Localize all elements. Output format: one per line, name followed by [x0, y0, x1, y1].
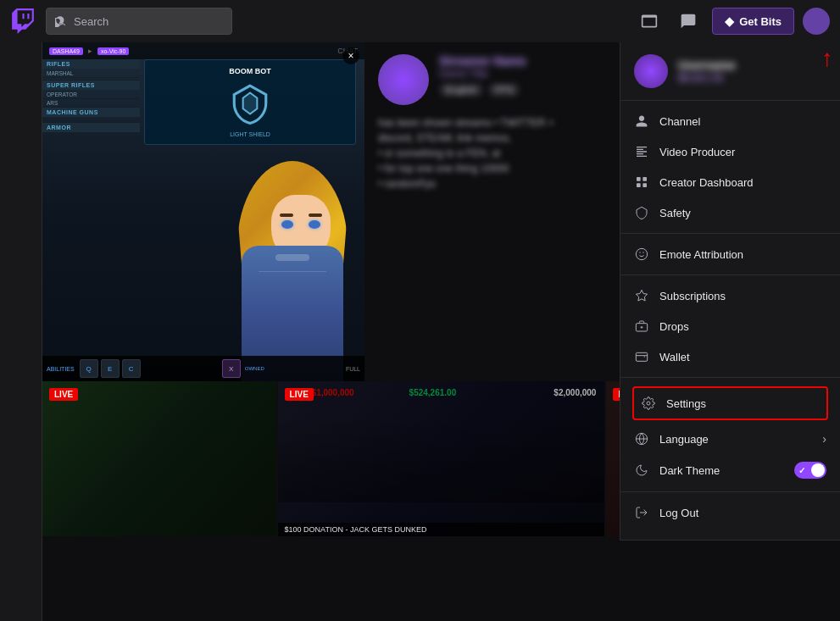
ability-c: C: [122, 359, 141, 378]
language-label: Language: [659, 433, 812, 446]
ability-x: X: [222, 359, 241, 378]
video-producer-icon: [634, 144, 649, 159]
live-badge-2: LIVE: [285, 388, 314, 401]
video-producer-label: Video Producer: [659, 146, 826, 158]
search-icon: [55, 15, 67, 27]
menu-item-dark-theme[interactable]: Dark Theme ✓: [620, 454, 840, 486]
language-arrow-icon: ›: [822, 432, 826, 446]
streamer-avatar: [378, 54, 429, 105]
settings-label: Settings: [666, 397, 820, 410]
svg-rect-2: [643, 177, 647, 181]
thumb-overlay-2: [278, 381, 605, 536]
svg-rect-12: [636, 352, 647, 361]
thumb-overlay-1: [42, 381, 276, 536]
menu-item-video-producer[interactable]: Video Producer: [620, 136, 840, 167]
weapon-marshal: MARSHAL: [42, 69, 140, 78]
toggle-knob: [811, 463, 825, 477]
close-player-button[interactable]: ×: [342, 47, 359, 64]
dark-theme-toggle[interactable]: ✓: [794, 462, 826, 479]
wallet-icon: [634, 349, 649, 364]
weapon-panel: RIFLES MARSHAL SUPER RIFLES OPERATOR ARS…: [42, 59, 140, 133]
emote-attribution-label: Emote Attribution: [659, 248, 826, 261]
live-badge-1: LIVE: [49, 388, 78, 401]
player-badge2: xo-Vic-90: [97, 47, 129, 55]
full-label: FULL: [346, 366, 360, 372]
mg-category: MACHINE GUNS: [42, 108, 140, 117]
anime-character: [220, 136, 364, 381]
creator-dashboard-label: Creator Dashboard: [659, 176, 826, 189]
sidebar: [0, 42, 42, 621]
abilities-bar: ABILITIES Q E C X OWNED FULL: [42, 356, 364, 381]
dropdown-user-header: Username $8,821.00: [620, 42, 840, 101]
user-avatar[interactable]: [803, 8, 830, 35]
thumbnail-2[interactable]: $1,000,000 $524,261.00 $2,000,000 LIVE $…: [278, 381, 605, 536]
logout-label: Log Out: [659, 507, 826, 519]
menu-item-drops[interactable]: Drops: [620, 311, 840, 341]
dark-theme-label: Dark Theme: [659, 464, 784, 477]
dropdown-user-info: Username $8,821.00: [678, 58, 736, 84]
menu-item-subscriptions[interactable]: Subscriptions: [620, 280, 840, 311]
emote-attribution-icon: [634, 247, 649, 262]
topnav-left: Search: [10, 8, 232, 35]
svg-rect-1: [637, 177, 641, 181]
donation-text: $100 DONATION - JACK GETS DUNKED: [285, 525, 427, 534]
shield-icon-area: [229, 82, 271, 125]
svg-point-5: [636, 248, 647, 259]
subscriptions-label: Subscriptions: [659, 290, 826, 302]
svg-marker-8: [636, 290, 647, 301]
search-placeholder: Search: [74, 15, 108, 28]
dark-theme-icon: [634, 463, 649, 478]
drops-icon: [634, 319, 649, 334]
menu-item-emote-attribution[interactable]: Emote Attribution: [620, 239, 840, 269]
armor-category: ARMOR: [42, 123, 140, 132]
topnav: Search ◆ Get Bits: [0, 0, 840, 42]
channel-label: Channel: [659, 115, 826, 128]
get-bits-icon: ◆: [725, 14, 734, 28]
donation-bar: $100 DONATION - JACK GETS DUNKED: [278, 523, 605, 536]
svg-rect-4: [643, 183, 647, 187]
menu-section-3: Subscriptions Drops Wallet: [620, 275, 840, 378]
tag-english: English: [439, 83, 483, 97]
subscriptions-icon: [634, 288, 649, 303]
menu-item-wallet[interactable]: Wallet: [620, 341, 840, 372]
search-bar[interactable]: Search: [46, 8, 232, 35]
menu-item-logout[interactable]: Log Out: [620, 497, 840, 528]
get-bits-button[interactable]: ◆ Get Bits: [712, 8, 794, 35]
owned-label: OWNED: [245, 366, 264, 371]
drops-label: Drops: [659, 320, 826, 333]
thumbnail-1[interactable]: LIVE: [42, 381, 276, 536]
safety-icon: [634, 205, 649, 220]
player-badge1: DASHA49: [49, 47, 83, 55]
streamer-info: Streamer Name Game Title English FPS: [439, 54, 526, 97]
dropdown-username: Username: [678, 58, 736, 72]
boom-bot-label: BOOM BOT: [152, 67, 348, 75]
chat-button[interactable]: [673, 6, 704, 36]
menu-item-settings[interactable]: Settings: [632, 386, 828, 420]
menu-item-language[interactable]: Language ›: [620, 424, 840, 454]
channel-icon: [634, 114, 649, 129]
menu-item-channel[interactable]: Channel: [620, 106, 840, 136]
logout-icon: [634, 505, 649, 520]
svg-marker-0: [243, 93, 258, 114]
twitch-logo-icon[interactable]: [10, 8, 36, 34]
game-screenshot: RIFLES MARSHAL SUPER RIFLES OPERATOR ARS…: [42, 42, 364, 381]
weapon-operator: OPERATOR: [42, 91, 140, 99]
inbox-button[interactable]: [634, 6, 665, 36]
language-icon: [634, 431, 649, 446]
shield-icon: [229, 82, 271, 125]
menu-section-4: Settings Language › Dark Theme ✓: [620, 378, 840, 492]
scroll-arrow-indicator: ↑: [821, 47, 833, 70]
dropdown-menu: Username $8,821.00 Channel Video Produce…: [620, 42, 840, 541]
streamer-game: Game Title: [439, 68, 526, 80]
menu-section-1: Channel Video Producer Creator Dashboard…: [620, 101, 840, 234]
menu-item-creator-dashboard[interactable]: Creator Dashboard: [620, 167, 840, 197]
player-separator: ▸: [88, 47, 92, 55]
chat-icon: [680, 13, 697, 30]
menu-item-safety[interactable]: Safety: [620, 197, 840, 228]
dropdown-avatar: [634, 54, 668, 88]
creator-dashboard-icon: [634, 175, 649, 190]
rifles-category: RIFLES: [42, 59, 140, 69]
main-player: DASHA49 ▸ xo-Vic-90 CHAT × RIFLES MARSHA…: [42, 42, 364, 381]
menu-section-5: Log Out: [620, 492, 840, 533]
tag-fps: FPS: [488, 83, 520, 97]
